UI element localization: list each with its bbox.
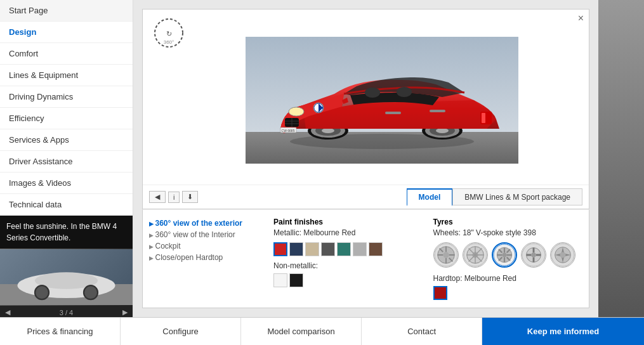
svg-text:360°: 360° — [164, 39, 174, 45]
svg-point-19 — [322, 128, 334, 133]
tab-bmw-lines[interactable]: BMW Lines & M Sport package — [452, 188, 582, 205]
wheel-swatch-5[interactable] — [550, 242, 575, 268]
svg-rect-30 — [482, 113, 485, 123]
car-viewer-area: CW 6685 — [143, 10, 589, 185]
wheel-swatch-1[interactable] — [433, 242, 459, 268]
wheel-swatches — [433, 242, 583, 268]
link-interior[interactable]: ▶ 360° view of the Interior — [149, 229, 263, 240]
sidebar-item-images[interactable]: Images & Videos — [0, 172, 133, 194]
viewer-tabs: Model BMW Lines & M Sport package — [407, 188, 582, 205]
nonmetallic-label: Non-metallic: — [273, 261, 423, 270]
configure-button[interactable]: Configure — [121, 318, 241, 345]
paint-section: Paint finishes Metallic: Melbourne Red N… — [273, 218, 423, 300]
svg-point-64 — [531, 252, 536, 257]
tyres-subtitle: Wheels: 18" V-spoke style 398 — [433, 228, 583, 237]
swatch-brown[interactable] — [369, 242, 383, 256]
promo-pagination: 3 / 4 — [60, 309, 73, 316]
svg-point-37 — [443, 252, 449, 258]
svg-point-26 — [289, 107, 304, 116]
promo-text: Feel the sunshine. In the BMW 4 Series C… — [0, 216, 133, 249]
toolbar-download-btn[interactable]: ⬇ — [182, 191, 198, 203]
svg-point-4 — [35, 285, 49, 299]
sidebar-item-start-page[interactable]: Start Page — [0, 0, 133, 22]
viewer-links: ▶ 360° view of the exterior ▶ 360° view … — [149, 218, 263, 300]
nonmetallic-swatches — [273, 273, 423, 287]
sidebar-item-design[interactable]: Design — [0, 22, 133, 43]
svg-text:CW 6685: CW 6685 — [281, 129, 294, 133]
swatch-red[interactable] — [273, 242, 287, 256]
swatch-gray[interactable] — [321, 242, 335, 256]
link-cockpit[interactable]: ▶ Cockpit — [149, 240, 263, 252]
sidebar-nav: Start Page Design Comfort Lines & Equipm… — [0, 0, 133, 216]
sidebar-item-efficiency[interactable]: Efficiency — [0, 108, 133, 129]
swatch-black[interactable] — [289, 273, 303, 287]
metallic-swatches — [273, 242, 423, 256]
hardtop-label: Hardtop: Melbourne Red — [433, 274, 583, 283]
contact-button[interactable]: Contact — [362, 318, 482, 345]
paint-subtitle: Metallic: Melbourne Red — [273, 228, 423, 237]
sidebar-item-services[interactable]: Services & Apps — [0, 129, 133, 151]
swatch-white[interactable] — [273, 273, 287, 287]
swatch-silver[interactable] — [353, 242, 367, 256]
tyres-section: Tyres Wheels: 18" V-spoke style 398 — [433, 218, 583, 300]
model-comparison-button[interactable]: Model comparison — [241, 318, 362, 345]
link-hardtop[interactable]: ▶ Close/open Hardtop — [149, 252, 263, 263]
swatch-navy[interactable] — [289, 242, 303, 256]
prices-financing-button[interactable]: Prices & financing — [0, 318, 121, 345]
svg-rect-27 — [385, 112, 401, 114]
svg-point-53 — [502, 252, 506, 257]
right-decoration — [598, 0, 644, 317]
tab-model[interactable]: Model — [407, 188, 453, 206]
paint-title: Paint finishes — [273, 218, 423, 226]
tyres-title: Tyres — [433, 218, 583, 226]
hardtop-swatch-container — [433, 286, 583, 300]
promo-next-btn[interactable]: ▶ — [122, 308, 128, 316]
viewer-toolbar: ◀ i ⬇ Model BMW Lines & M Sport package — [143, 185, 589, 209]
sidebar-item-lines[interactable]: Lines & Equipment — [0, 65, 133, 86]
link-exterior[interactable]: ▶ 360° view of the exterior — [149, 218, 263, 229]
keep-informed-button[interactable]: Keep me informed — [482, 318, 644, 345]
info-panel: ▶ 360° view of the exterior ▶ 360° view … — [142, 209, 589, 308]
toolbar-info-btn[interactable]: i — [168, 192, 180, 203]
svg-point-71 — [560, 252, 566, 258]
svg-text:↻: ↻ — [166, 30, 172, 37]
viewer-close-button[interactable]: × — [578, 13, 584, 23]
toolbar-prev-btn[interactable]: ◀ — [149, 191, 166, 203]
svg-point-5 — [84, 285, 98, 299]
rotation-360-icon: ↻ 360° — [152, 16, 187, 51]
wheel-swatch-3[interactable] — [492, 242, 517, 268]
wheel-swatch-4[interactable] — [521, 242, 546, 268]
sidebar-item-driving[interactable]: Driving Dynamics — [0, 86, 133, 108]
svg-point-34 — [397, 87, 412, 97]
sidebar-item-technical[interactable]: Technical data — [0, 194, 133, 216]
svg-rect-28 — [430, 110, 445, 112]
action-bar: Prices & financing Configure Model compa… — [0, 317, 644, 345]
swatch-teal[interactable] — [337, 242, 351, 256]
svg-point-15 — [436, 128, 449, 133]
swatch-beige[interactable] — [305, 242, 319, 256]
hardtop-swatch[interactable] — [433, 286, 447, 300]
sidebar-item-comfort[interactable]: Comfort — [0, 43, 133, 65]
promo-car-image — [0, 249, 133, 306]
wheel-swatch-2[interactable] — [463, 242, 488, 268]
promo-prev-btn[interactable]: ◀ — [5, 308, 10, 316]
car-image-svg: CW 6685 — [246, 37, 518, 164]
sidebar-item-driver[interactable]: Driver Assistance — [0, 151, 133, 172]
svg-point-33 — [365, 88, 380, 98]
